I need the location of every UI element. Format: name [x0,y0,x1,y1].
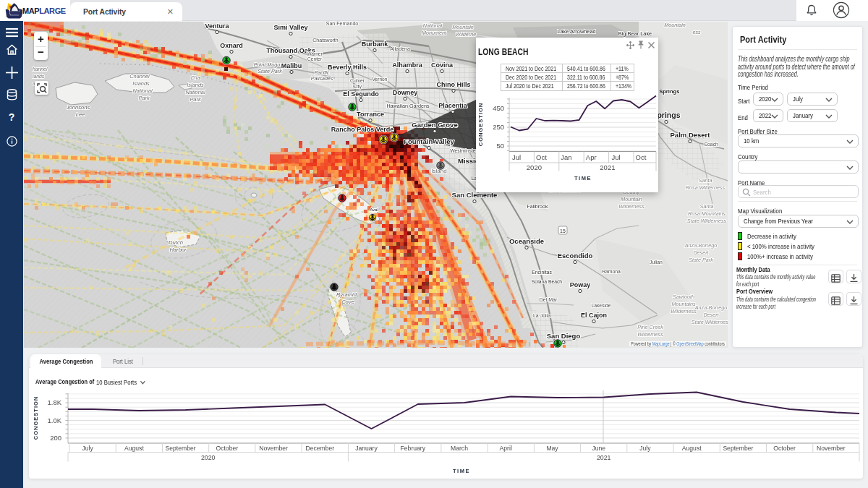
svg-text:200: 200 [50,434,61,442]
svg-text:October: October [773,445,796,452]
svg-text:National: National [423,22,443,29]
svg-text:San Diego: San Diego [547,332,581,340]
svg-text:El Cajon: El Cajon [581,312,607,319]
svg-text:Chatsworth: Chatsworth [312,38,339,43]
svg-text:250: 250 [493,123,504,131]
svg-text:Pacific: Pacific [315,70,330,75]
svg-text:Point Mugu: Point Mugu [254,61,280,68]
svg-text:2020: 2020 [201,454,216,461]
svg-text:City: City [353,84,362,90]
svg-text:Del Mar: Del Mar [540,297,558,302]
svg-text:Islands: Islands [187,82,204,88]
svg-text:2021: 2021 [597,454,611,461]
svg-text:Sawtooth: Sawtooth [673,294,694,300]
svg-text:February: February [401,445,426,452]
svg-text:Wilderness: Wilderness [671,308,697,314]
svg-text:Center: Center [307,56,323,61]
svg-text:El Segundo: El Segundo [343,90,379,98]
svg-text:Mountain: Mountain [664,22,686,28]
svg-text:Jul: Jul [512,153,521,161]
svg-text:Lake Arrowhead: Lake Arrowhead [557,28,595,35]
svg-text:Harbor: Harbor [169,247,187,253]
svg-text:Chino Hills: Chino Hills [437,81,471,88]
svg-text:Rosa Mountains: Rosa Mountains [688,210,726,217]
svg-text:Park: Park [138,95,150,101]
svg-text:Cha: Cha [190,74,200,81]
svg-text:Wilderne: Wilderne [456,31,476,38]
svg-text:lands: lands [33,74,45,79]
svg-text:Monument: Monument [422,30,447,36]
svg-text:Mountain: Mountain [452,24,474,30]
svg-text:1.8K: 1.8K [47,398,61,406]
svg-text:San Fernando: San Fernando [326,22,358,26]
svg-text:Wilderness: Wilderness [618,203,644,210]
svg-text:Channel: Channel [129,73,150,80]
svg-text:La Jolla: La Jolla [533,313,550,318]
svg-text:15: 15 [560,228,566,234]
svg-text:Johnsons: Johnsons [66,104,90,111]
svg-text:April: April [500,445,512,452]
svg-text:Simi Valley: Simi Valley [273,24,307,31]
svg-text:Big Bear Lake: Big Bear Lake [618,30,652,37]
svg-text:Altadena: Altadena [390,46,410,51]
svg-text:Cove: Cove [341,299,354,305]
svg-text:2020: 2020 [527,163,542,171]
svg-text:Beverly Hills: Beverly Hills [328,64,367,71]
svg-text:Encinitas: Encinitas [532,270,552,275]
svg-text:December: December [305,445,334,452]
svg-text:Poway: Poway [570,281,591,288]
svg-text:Malibu: Malibu [281,62,302,69]
svg-text:State Park: State Park [689,257,713,263]
svg-text:Pine Creek: Pine Creek [637,324,663,330]
svg-text:Coach: Coach [704,142,718,147]
svg-text:50: 50 [496,142,504,150]
svg-text:CONGESTION: CONGESTION [477,103,484,146]
svg-text:June: June [592,445,605,452]
svg-text:Rosa Wilderness: Rosa Wilderness [686,184,726,191]
svg-text:National: National [185,89,205,95]
svg-text:Fountain Valley: Fountain Valley [404,137,454,145]
svg-text:ess: ess [692,29,701,35]
svg-text:Desert: Desert [693,249,709,256]
svg-text:Apr: Apr [586,153,597,161]
svg-text:Westminster: Westminster [450,148,477,153]
svg-text:Rancho Palos Verde: Rancho Palos Verde [331,126,394,133]
svg-text:September: September [166,445,196,452]
svg-text:Julian: Julian [650,260,663,265]
svg-text:November: November [817,445,846,452]
svg-text:TIME: TIME [574,175,592,181]
svg-text:August: August [682,445,702,452]
svg-text:Oct: Oct [536,153,547,161]
svg-text:Solana Beach: Solana Beach [532,279,563,284]
svg-text:Downey: Downey [393,89,418,96]
svg-text:Park: Park [190,96,201,103]
svg-text:Palisades: Palisades [311,76,333,81]
svg-text:Santa: Santa [700,203,714,210]
svg-text:Jan: Jan [561,153,571,161]
svg-text:Alhambra: Alhambra [392,61,423,69]
svg-text:1.0K: 1.0K [47,416,61,424]
svg-text:Palm Desert: Palm Desert [671,131,711,139]
svg-text:Covina: Covina [431,61,454,69]
svg-text:March: March [451,445,468,452]
svg-text:Santa: Santa [699,177,712,184]
svg-text:January: January [355,445,378,452]
svg-text:Aval: Aval [370,207,378,212]
svg-text:Anza-Borrego: Anza-Borrego [694,304,727,311]
svg-text:Lakeside: Lakeside [591,303,610,308]
svg-text:Lee: Lee [76,111,85,118]
svg-text:Islands: Islands [132,80,150,87]
svg-text:Oxnard: Oxnard [220,42,243,49]
svg-text:Escondido: Escondido [558,252,593,260]
svg-text:Pyramid: Pyramid [336,291,357,298]
svg-text:Jul: Jul [612,153,621,161]
svg-text:TIME: TIME [453,468,470,474]
svg-text:National: National [132,87,152,94]
svg-text:September: September [723,445,753,452]
svg-text:Culver: Culver [350,78,365,83]
svg-text:May: May [546,445,558,452]
svg-text:Oceanside: Oceanside [509,237,544,245]
svg-text:State Wilderness: State Wilderness [687,218,727,224]
svg-text:State Wilderness: State Wilderness [692,319,728,325]
svg-text:Oct: Oct [636,153,647,161]
